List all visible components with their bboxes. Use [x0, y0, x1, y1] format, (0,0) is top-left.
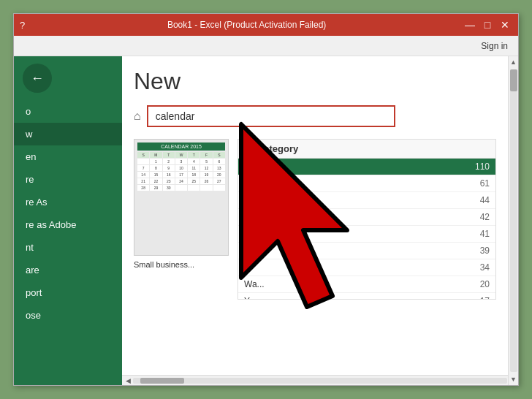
sidebar-item-6[interactable]: nt — [14, 236, 122, 259]
back-button[interactable]: ← — [23, 64, 52, 93]
cal-cell: 14 — [137, 172, 149, 178]
restore-button[interactable]: □ — [480, 18, 495, 32]
page-title: New — [134, 68, 496, 95]
scroll-up-button[interactable]: ▲ — [509, 56, 519, 68]
category-count: 110 — [475, 162, 490, 172]
cal-cell: 22 — [150, 178, 162, 184]
calendar-header: CALENDAR 2015 — [137, 142, 225, 151]
category-row[interactable]: Year-...17 — [238, 293, 495, 300]
category-name: Year-... — [244, 296, 272, 300]
scroll-thumb[interactable] — [510, 69, 517, 91]
cal-cell: 24 — [175, 178, 187, 184]
cal-cell: 25 — [188, 178, 200, 184]
back-icon: ← — [31, 71, 44, 86]
sidebar-item-9[interactable]: ose — [14, 304, 122, 327]
title-bar: ? Book1 - Excel (Product Activation Fail… — [14, 14, 518, 36]
main-content: ← o w en re re As re as Adobe nt are por… — [14, 56, 518, 385]
window-title: Book1 - Excel (Product Activation Failed… — [31, 20, 463, 30]
category-row[interactable]: 41 — [238, 226, 495, 243]
cal-cell: 9 — [163, 165, 175, 171]
right-panel: ▲ ▼ New ⌂ — [122, 56, 518, 385]
window-controls: — □ ✕ — [463, 18, 512, 32]
cal-cell: 13 — [213, 165, 225, 171]
category-row[interactable]: Wa...20 — [238, 276, 495, 293]
h-scroll-track — [133, 378, 507, 384]
category-panel: ▲ Category Calendars110614442413934Wa...… — [238, 139, 496, 300]
vertical-scrollbar[interactable]: ▲ ▼ — [508, 56, 518, 385]
category-row[interactable]: 34 — [238, 259, 495, 276]
template-label: Small business... — [134, 260, 229, 269]
cal-cell: 11 — [188, 165, 200, 171]
category-row[interactable]: 39 — [238, 243, 495, 259]
calendar-grid: SMTWTFS123456789101112131415161718192021… — [137, 152, 225, 191]
sidebar-item-3[interactable]: re — [14, 168, 122, 191]
cal-cell — [137, 159, 149, 164]
cal-cell: S — [213, 152, 225, 158]
sidebar: ← o w en re re As re as Adobe nt are por… — [14, 56, 122, 385]
sidebar-item-0[interactable]: o — [14, 100, 122, 123]
sidebar-item-4[interactable]: re As — [14, 191, 122, 213]
minimize-button[interactable]: — — [463, 18, 477, 32]
sign-in-bar: Sign in — [14, 36, 518, 56]
category-row[interactable]: Calendars110 — [238, 159, 495, 175]
category-count: 17 — [480, 296, 490, 300]
h-scroll-thumb[interactable] — [140, 378, 184, 384]
cal-cell — [175, 185, 187, 191]
sidebar-item-5[interactable]: re as Adobe — [14, 213, 122, 236]
cal-cell: 17 — [175, 172, 187, 178]
cal-cell: 4 — [188, 159, 200, 164]
cal-cell: 1 — [150, 159, 162, 164]
cal-cell: 5 — [200, 159, 212, 164]
cal-cell — [200, 185, 212, 191]
category-count: 20 — [480, 279, 490, 289]
cal-cell — [213, 185, 225, 191]
templates-area: CALENDAR 2015 SMTWTFS1234567891011121314… — [134, 139, 496, 300]
cal-cell: 3 — [175, 159, 187, 164]
category-name: Calendars — [244, 162, 284, 172]
sign-in-link[interactable]: Sign in — [481, 41, 508, 51]
template-image: CALENDAR 2015 SMTWTFS1234567891011121314… — [134, 139, 229, 256]
search-row: ⌂ — [134, 105, 496, 127]
sidebar-item-7[interactable]: are — [14, 259, 122, 281]
category-row[interactable]: 44 — [238, 192, 495, 209]
scroll-down-button[interactable]: ▼ — [509, 373, 519, 385]
category-sort-icon[interactable]: ▲ — [244, 144, 253, 154]
category-name: Wa... — [244, 279, 265, 289]
cal-cell: 8 — [150, 165, 162, 171]
help-icon[interactable]: ? — [20, 20, 25, 31]
category-count: 41 — [480, 229, 490, 239]
template-thumbnail[interactable]: CALENDAR 2015 SMTWTFS1234567891011121314… — [134, 139, 229, 300]
category-title: Category — [257, 143, 298, 154]
scroll-left-button[interactable]: ◀ — [123, 377, 133, 384]
cal-cell: S — [137, 152, 149, 158]
horizontal-scrollbar[interactable]: ◀ ▶ — [122, 375, 518, 385]
cal-cell: W — [175, 152, 187, 158]
cal-cell: 7 — [137, 165, 149, 171]
cal-cell: 2 — [163, 159, 175, 164]
cal-cell: F — [200, 152, 212, 158]
search-input[interactable] — [147, 105, 395, 127]
cal-cell: 18 — [188, 172, 200, 178]
cal-cell: 26 — [200, 178, 212, 184]
cal-cell: T — [188, 152, 200, 158]
cal-cell: 29 — [150, 185, 162, 191]
category-row[interactable]: 61 — [238, 175, 495, 192]
cal-cell: 19 — [200, 172, 212, 178]
category-count: 39 — [480, 246, 490, 256]
cal-cell: 30 — [163, 185, 175, 191]
close-button[interactable]: ✕ — [498, 18, 512, 32]
cal-cell: 21 — [137, 178, 149, 184]
sidebar-item-2[interactable]: en — [14, 145, 122, 168]
cal-cell: M — [150, 152, 162, 158]
content-area: New ⌂ CALENDAR 2015 SMTWTFS1234567891011… — [122, 56, 518, 375]
sidebar-item-8[interactable]: port — [14, 281, 122, 304]
scroll-track — [510, 69, 517, 372]
cal-cell: 27 — [213, 178, 225, 184]
home-icon: ⌂ — [134, 110, 141, 123]
category-header: ▲ Category — [238, 140, 495, 159]
category-row[interactable]: 42 — [238, 209, 495, 226]
excel-window: ? Book1 - Excel (Product Activation Fail… — [13, 13, 519, 386]
cal-cell: 15 — [150, 172, 162, 178]
sidebar-item-1[interactable]: w — [14, 123, 122, 145]
cal-cell: 28 — [137, 185, 149, 191]
